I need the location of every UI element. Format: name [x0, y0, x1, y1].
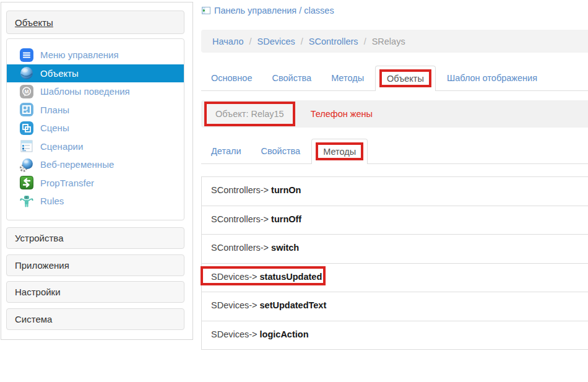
tab[interactable]: Методы — [311, 139, 368, 164]
sidebar-item[interactable]: Меню управления — [7, 46, 184, 64]
sidebar-item-label: PropTransfer — [40, 178, 94, 188]
tab[interactable]: Методы — [322, 66, 373, 90]
sidebar-item-label: Планы — [40, 105, 69, 115]
breadcrumb-current: SRelays — [372, 37, 405, 46]
annotation-box-object: Объект: Relay15 — [204, 102, 295, 126]
sidebar-section-label: Устройства — [15, 233, 63, 243]
tab[interactable]: Основное — [202, 66, 261, 90]
webvars-icon — [19, 157, 34, 172]
sidebar-item[interactable]: Веб-переменные — [7, 155, 184, 174]
globe-icon — [19, 66, 34, 80]
methods-list: SControllers->turnOn SControllers->turnO… — [201, 176, 588, 350]
rules-icon — [19, 194, 34, 209]
method-name: turnOff — [271, 214, 301, 224]
scenes-icon — [19, 121, 34, 136]
sidebar-item-label: Сценарии — [40, 141, 83, 152]
panel-icon — [202, 6, 210, 15]
breadcrumb-separator: / — [301, 37, 303, 46]
panel-link-label: Панель управления / classes — [214, 6, 334, 15]
tab-label: Шаблон отображения — [447, 73, 537, 83]
method-row[interactable]: SDevices->statusUpdated — [202, 264, 588, 293]
sidebar-section-label: Приложения — [15, 260, 69, 271]
sidebar-item-label: Шаблоны поведения — [40, 86, 130, 97]
sidebar-header-link[interactable]: Объекты — [15, 17, 53, 28]
tab[interactable]: Свойства — [263, 66, 320, 90]
tab-label: Методы — [331, 73, 364, 83]
method-name: turnOn — [271, 185, 301, 195]
breadcrumb-item: Начало / — [212, 37, 257, 46]
object-bar: Объект: Relay15 Телефон жены — [201, 100, 588, 128]
method-class-prefix: SDevices-> — [211, 272, 257, 282]
method-row[interactable]: SDevices->setUpdatedText — [202, 292, 588, 321]
tab[interactable]: Детали — [202, 139, 250, 163]
sidebar-item-label: Меню управления — [40, 50, 119, 60]
method-name: switch — [271, 243, 299, 253]
method-class-prefix: SControllers-> — [211, 185, 269, 195]
breadcrumb-separator: / — [364, 37, 366, 46]
tab-label: Основное — [211, 73, 252, 83]
sidebar-section[interactable]: Настройки — [6, 281, 184, 303]
method-name: logicAction — [260, 329, 309, 339]
method-class-prefix: SDevices-> — [211, 300, 257, 310]
method-row[interactable]: SControllers->turnOn — [202, 177, 588, 206]
tab-label: Методы — [323, 147, 356, 157]
template-icon: M — [19, 84, 34, 99]
object-title-link[interactable]: Телефон жены — [311, 109, 373, 119]
sidebar-item-label: Веб-переменные — [40, 159, 114, 170]
scenarios-icon — [19, 139, 34, 154]
tab-label: Детали — [211, 146, 241, 156]
sidebar-item[interactable]: Планы — [7, 101, 184, 119]
sidebar-section[interactable]: Приложения — [6, 254, 184, 276]
sidebar-item[interactable]: PropTransfer — [7, 174, 184, 193]
sidebar-section[interactable]: Устройства — [6, 227, 184, 249]
method-class-prefix: SControllers-> — [211, 243, 269, 253]
svg-text:M: M — [24, 88, 28, 94]
method-name: statusUpdated — [260, 272, 322, 282]
sidebar-item[interactable]: Объекты — [7, 64, 184, 83]
sidebar-menu: Меню управления Объекты M Шаблоны поведе… — [6, 38, 184, 220]
breadcrumb-item: SDevices / — [257, 37, 309, 46]
breadcrumb-link[interactable]: Начало — [212, 37, 244, 46]
sidebar-item[interactable]: Сценарии — [7, 137, 184, 156]
object-label: Объект: Relay15 — [215, 109, 284, 119]
proptransfer-icon — [19, 175, 34, 190]
sidebar: Объекты Меню управления Объекты M Шаблон… — [1, 2, 193, 340]
method-class-prefix: SDevices-> — [211, 329, 257, 339]
object-tabs: Детали Свойства Методы — [201, 139, 588, 164]
method-row[interactable]: SDevices->logicAction — [202, 321, 588, 350]
sidebar-item-label: Rules — [40, 196, 64, 206]
tab[interactable]: Объекты — [375, 66, 436, 91]
sidebar-item[interactable]: M Шаблоны поведения — [7, 82, 184, 101]
sidebar-item[interactable]: Rules — [7, 192, 184, 211]
breadcrumb-link[interactable]: SDevices — [257, 37, 295, 46]
sidebar-item-label: Объекты — [40, 68, 79, 79]
class-tabs: Основное Свойства Методы Объекты Шаблон … — [201, 66, 588, 91]
panel-link[interactable]: Панель управления / classes — [202, 6, 334, 15]
sidebar-section[interactable]: Система — [6, 308, 184, 330]
method-row[interactable]: SControllers->switch — [202, 235, 588, 264]
tab[interactable]: Шаблон отображения — [438, 66, 546, 90]
tab[interactable]: Свойства — [253, 139, 309, 163]
sidebar-item[interactable]: Сцены — [7, 119, 184, 137]
sidebar-item-label: Сцены — [40, 123, 69, 133]
breadcrumb: Начало / SDevices / SControllers / SRela… — [201, 30, 588, 53]
breadcrumb-item: SControllers / — [309, 37, 372, 46]
plans-icon — [19, 102, 34, 117]
sidebar-section-label: Настройки — [15, 287, 61, 297]
sidebar-header: Объекты — [6, 11, 184, 34]
menu-icon — [19, 48, 34, 63]
method-name: setUpdatedText — [260, 300, 327, 310]
method-row[interactable]: SControllers->turnOff — [202, 206, 588, 235]
breadcrumb-separator: / — [249, 37, 252, 46]
tab-label: Свойства — [272, 73, 311, 83]
method-class-prefix: SControllers-> — [211, 214, 269, 224]
sidebar-section-label: Система — [15, 314, 52, 324]
tab-label: Объекты — [387, 74, 424, 84]
tab-label: Свойства — [261, 146, 301, 156]
breadcrumb-link[interactable]: SControllers — [309, 37, 358, 46]
